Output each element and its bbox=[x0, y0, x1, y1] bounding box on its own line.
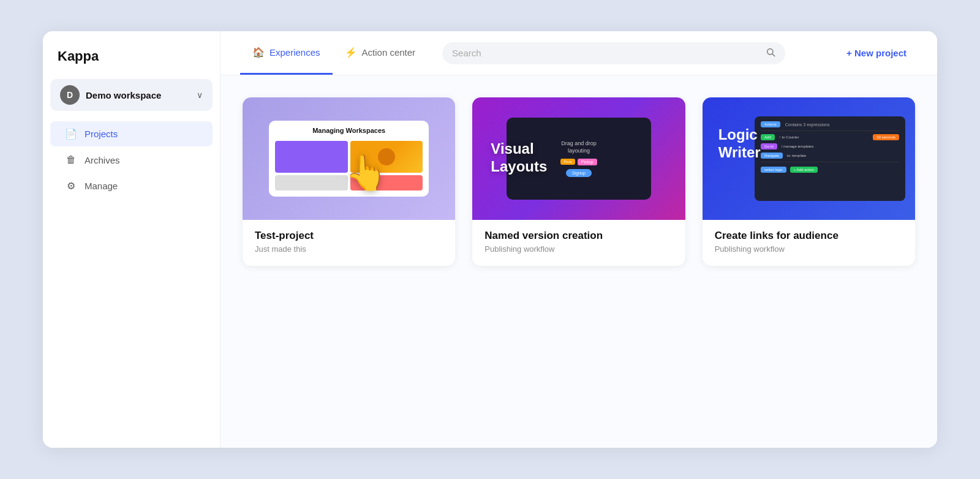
sidebar-item-projects[interactable]: 📄 Projects bbox=[50, 121, 213, 146]
main-content: 🏠 Experiences ⚡ Action center + New pr bbox=[221, 31, 937, 448]
thumb-cell-red bbox=[350, 175, 423, 190]
project-card-logic[interactable]: Actions Contains 3 expressions Add ↑ to … bbox=[703, 97, 915, 266]
thumb-cell-face bbox=[350, 141, 423, 173]
chip-counter: 30 seconds bbox=[873, 134, 899, 140]
logic-label-3: / manage templates bbox=[782, 145, 814, 148]
sidebar-item-projects-label: Projects bbox=[85, 129, 118, 139]
logic-divider-2 bbox=[761, 162, 899, 162]
search-bar[interactable] bbox=[442, 42, 785, 64]
sidebar: Kappa D Demo workspace ∨ 📄 Projects 🗑 Ar… bbox=[43, 31, 221, 448]
projects-icon: 📄 bbox=[65, 128, 77, 140]
chip-select-logic: select logic bbox=[761, 167, 786, 173]
workspace-name: Demo workspace bbox=[86, 90, 190, 100]
workspace-avatar: D bbox=[60, 85, 80, 105]
card-subtitle-visual: Publishing workflow bbox=[484, 244, 673, 254]
workspace-selector[interactable]: D Demo workspace ∨ bbox=[50, 79, 213, 111]
app-container: Kappa D Demo workspace ∨ 📄 Projects 🗑 Ar… bbox=[43, 31, 937, 448]
btn-pink: Pintop bbox=[578, 159, 597, 165]
card-info-visual: Named version creation Publishing workfl… bbox=[472, 220, 685, 266]
logic-footer: select logic + Add action bbox=[761, 167, 899, 173]
app-logo: Kappa bbox=[43, 48, 220, 79]
sidebar-item-archives[interactable]: 🗑 Archives bbox=[50, 148, 213, 172]
nav-tabs: 🏠 Experiences ⚡ Action center bbox=[240, 31, 428, 75]
thumb-cell-purple bbox=[275, 141, 348, 173]
btn-signup: Signup bbox=[566, 169, 592, 177]
projects-area: Managing Workspaces bbox=[221, 75, 937, 448]
managing-workspaces-text: Managing Workspaces bbox=[275, 127, 423, 134]
visual-ui-row-1: Pivot Pintop bbox=[560, 159, 597, 165]
manage-icon: ⚙ bbox=[65, 180, 77, 192]
logic-divider bbox=[761, 130, 899, 131]
projects-grid: Managing Workspaces bbox=[243, 97, 915, 266]
sidebar-item-manage-label: Manage bbox=[85, 181, 118, 191]
home-icon: 🏠 bbox=[252, 47, 265, 58]
svg-line-1 bbox=[772, 54, 775, 56]
thumbnail-grid bbox=[275, 141, 423, 191]
logic-writer-title: Logic Writer bbox=[718, 126, 761, 162]
sidebar-item-archives-label: Archives bbox=[85, 155, 120, 165]
chevron-down-icon: ∨ bbox=[197, 90, 203, 100]
chip-navigate: Navigate bbox=[761, 153, 783, 159]
logic-label-2: ↑ to Counter bbox=[779, 135, 799, 139]
card-info-test: Test-project Just made this bbox=[243, 220, 455, 266]
search-input[interactable] bbox=[452, 48, 760, 58]
chip-add-action: + Add action bbox=[790, 167, 818, 173]
thumbnail-inner: Managing Workspaces bbox=[269, 121, 429, 197]
logic-label-4: to: template bbox=[787, 154, 806, 157]
card-subtitle-test: Just made this bbox=[255, 244, 443, 254]
logic-row-2: Add ↑ to Counter 30 seconds bbox=[761, 134, 899, 140]
header: 🏠 Experiences ⚡ Action center + New pr bbox=[221, 31, 937, 75]
chip-actions: Actions bbox=[761, 121, 780, 127]
face-circle bbox=[378, 148, 395, 165]
chip-green: Add bbox=[761, 134, 775, 140]
card-title-test: Test-project bbox=[255, 230, 443, 242]
thumb-cell-car bbox=[275, 175, 348, 190]
card-subtitle-logic: Publishing workflow bbox=[715, 244, 903, 254]
card-thumbnail-test: Managing Workspaces bbox=[243, 97, 455, 220]
logic-row-1: Actions Contains 3 expressions bbox=[761, 121, 899, 127]
tab-experiences[interactable]: 🏠 Experiences bbox=[240, 31, 333, 75]
drag-drop-text: Drag and droplayouting bbox=[561, 140, 597, 154]
sidebar-item-manage[interactable]: ⚙ Manage bbox=[50, 173, 213, 198]
card-thumbnail-logic: Actions Contains 3 expressions Add ↑ to … bbox=[703, 97, 915, 220]
project-card-visual[interactable]: Drag and droplayouting Pivot Pintop Sign… bbox=[472, 97, 685, 266]
tab-experiences-label: Experiences bbox=[270, 47, 320, 58]
logic-panel: Actions Contains 3 expressions Add ↑ to … bbox=[755, 116, 905, 201]
logic-row-3: Go to / manage templates bbox=[761, 143, 899, 149]
archives-icon: 🗑 bbox=[65, 154, 77, 165]
card-thumbnail-visual: Drag and droplayouting Pivot Pintop Sign… bbox=[472, 97, 685, 220]
visual-ui-row-2: Signup bbox=[566, 169, 592, 177]
logic-label-1: Contains 3 expressions bbox=[785, 123, 830, 127]
search-icon bbox=[766, 47, 775, 59]
visual-layouts-title: Visual Layouts bbox=[491, 140, 547, 176]
bolt-icon: ⚡ bbox=[345, 47, 357, 58]
tab-action-center[interactable]: ⚡ Action center bbox=[333, 31, 428, 75]
chip-purple: Go to bbox=[761, 143, 777, 149]
project-card-test[interactable]: Managing Workspaces bbox=[243, 97, 455, 266]
tab-action-center-label: Action center bbox=[362, 47, 416, 58]
card-title-logic: Create links for audience bbox=[715, 230, 903, 242]
card-info-logic: Create links for audience Publishing wor… bbox=[703, 220, 915, 266]
card-title-visual: Named version creation bbox=[484, 230, 673, 242]
label-tag-orange: Pivot bbox=[560, 159, 575, 165]
new-project-button[interactable]: + New project bbox=[835, 42, 918, 64]
logic-row-4: Navigate to: template bbox=[761, 153, 899, 159]
